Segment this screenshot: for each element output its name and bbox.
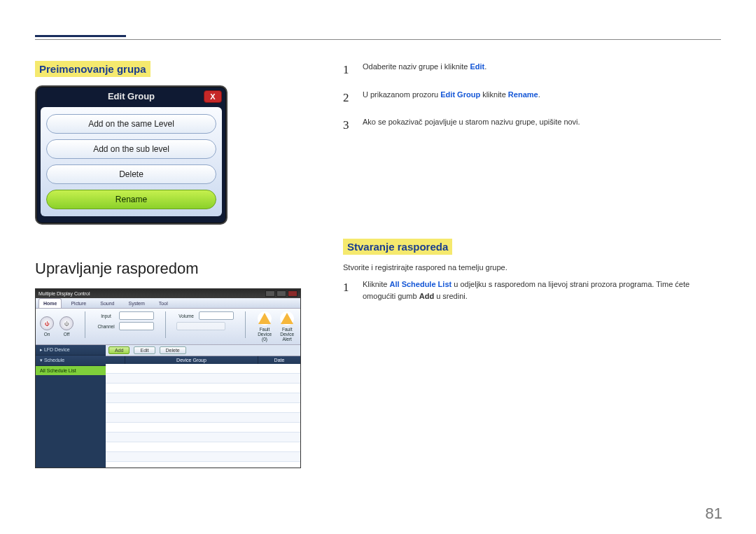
page-number: 81 xyxy=(706,505,722,523)
sidebar-item-lfd[interactable]: ▸ LFD Device xyxy=(36,345,106,356)
volume-select[interactable] xyxy=(199,311,234,320)
section-title-rename: Preimenovanje grupa xyxy=(35,61,150,77)
step-text: Ako se pokazivač pojavljuje u starom naz… xyxy=(363,116,721,134)
warning-icon xyxy=(280,311,294,325)
input-label: Input xyxy=(97,314,116,318)
mdc-window-title: Multiple Display Control xyxy=(38,291,90,296)
delete-button[interactable]: Delete xyxy=(160,346,186,354)
power-on-button[interactable]: ⏻ On xyxy=(40,316,54,337)
tab-tool[interactable]: Tool xyxy=(154,298,173,308)
mdc-window: Multiple Display Control Home Picture So… xyxy=(35,288,301,468)
section-title-create-schedule: Stvaranje rasporeda xyxy=(343,239,452,255)
step-text: Kliknite All Schedule List u odjeljku s … xyxy=(363,279,721,302)
table-row xyxy=(106,433,300,442)
edit-button[interactable]: Edit xyxy=(134,346,155,354)
delete-button[interactable]: Delete xyxy=(46,164,216,184)
fault-device-button[interactable]: Fault Device (0) xyxy=(257,311,273,342)
add-sub-level-button[interactable]: Add on the sub level xyxy=(46,139,216,159)
tab-system[interactable]: System xyxy=(124,298,150,308)
col-header-index xyxy=(106,356,125,364)
volume-slider[interactable] xyxy=(176,322,225,330)
add-button[interactable]: Add xyxy=(108,346,130,354)
dialog-title: Edit Group xyxy=(108,91,155,101)
power-off-button[interactable]: ⏻ Off xyxy=(59,316,74,337)
table-row xyxy=(106,413,300,423)
section-intro: Stvorite i registrirajte raspored na tem… xyxy=(343,263,721,272)
edit-group-link: Edit Group xyxy=(440,90,480,99)
close-icon[interactable] xyxy=(288,290,298,297)
fault-alert-button[interactable]: Fault Device Alert xyxy=(279,311,296,342)
channel-label: Channel xyxy=(97,324,116,329)
col-header-group: Device Group xyxy=(125,356,258,364)
step-text: Odaberite naziv grupe i kliknite Edit. xyxy=(363,61,721,79)
minimize-icon[interactable] xyxy=(265,290,275,297)
power-icon: ⏻ xyxy=(40,316,54,330)
schedule-grid xyxy=(106,364,300,468)
add-same-level-button[interactable]: Add on the same Level xyxy=(46,114,216,134)
step-number: 3 xyxy=(343,116,353,134)
rename-button[interactable]: Rename xyxy=(46,190,216,209)
rename-text-link: Rename xyxy=(508,90,538,99)
power-off-icon: ⏻ xyxy=(59,316,74,330)
tab-picture[interactable]: Picture xyxy=(66,298,91,308)
tab-sound[interactable]: Sound xyxy=(95,298,119,308)
tab-home[interactable]: Home xyxy=(38,298,62,308)
step-number: 1 xyxy=(343,61,353,79)
table-row xyxy=(106,403,300,413)
add-label: Add xyxy=(419,292,434,300)
col-header-date: Date xyxy=(258,356,300,364)
sidebar-item-all-schedule[interactable]: All Schedule List xyxy=(36,366,106,375)
edit-link: Edit xyxy=(470,62,484,71)
close-icon[interactable]: X xyxy=(204,90,222,103)
warning-icon xyxy=(258,311,272,325)
all-schedule-list-link: All Schedule List xyxy=(390,280,452,288)
sidebar-item-schedule[interactable]: ▾ Schedule xyxy=(36,356,106,366)
volume-label: Volume xyxy=(176,314,196,318)
edit-group-dialog: Edit Group X Add on the same Level Add o… xyxy=(35,85,227,225)
table-row xyxy=(106,452,300,462)
maximize-icon[interactable] xyxy=(276,290,286,297)
table-row xyxy=(106,374,300,384)
step-text: U prikazanom prozoru Edit Group kliknite… xyxy=(363,89,721,107)
step-number: 1 xyxy=(343,279,353,302)
table-row xyxy=(106,442,300,452)
input-select[interactable] xyxy=(119,311,154,320)
table-row xyxy=(106,393,300,403)
channel-select[interactable] xyxy=(119,322,154,330)
table-row xyxy=(106,364,300,374)
table-row xyxy=(106,423,300,433)
table-row xyxy=(106,384,300,393)
page-title: Upravljanje rasporedom xyxy=(35,260,301,278)
step-number: 2 xyxy=(343,89,353,107)
